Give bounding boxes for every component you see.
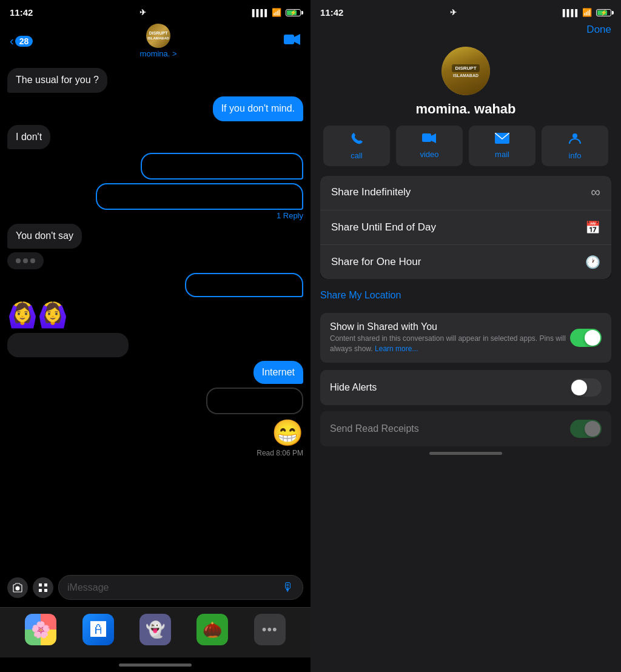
message-row-1: The usual for you ? <box>7 68 303 93</box>
message-row-12: 😁 Read 8:06 PM <box>7 418 303 457</box>
home-bar-right <box>429 452 502 455</box>
message-bubble-incoming-3: You don't say <box>7 224 82 249</box>
share-my-location-text: Share My Location <box>320 290 401 300</box>
svg-rect-0 <box>284 35 294 44</box>
mail-label: mail <box>495 150 509 159</box>
signal-icon-left: ▌▌▌▌ <box>252 9 269 16</box>
messages-area: The usual for you ? If you don't mind. I… <box>0 63 310 570</box>
dock-more[interactable]: ••• <box>254 614 286 645</box>
map-location-section: 📍 Loc Send M Share Indefinitely ∞ Share … <box>320 176 611 279</box>
message-bubble-outline-2 <box>96 183 303 210</box>
video-call-button[interactable] <box>284 33 301 49</box>
message-bubble-incoming-2: I don't <box>7 125 50 150</box>
camera-button[interactable] <box>7 577 28 598</box>
svg-rect-3 <box>422 133 431 142</box>
more-icon: ••• <box>262 622 278 637</box>
back-chevron-icon: ‹ <box>10 34 14 48</box>
svg-marker-4 <box>431 133 436 143</box>
info-action-button[interactable]: info <box>542 126 608 166</box>
mail-action-button[interactable]: mail <box>469 126 535 166</box>
contact-avatar-small: DISRUPTISLAMABAD <box>146 24 170 48</box>
hide-alerts-title: Hide Alerts <box>330 382 377 393</box>
contact-header[interactable]: DISRUPTISLAMABAD momina. > <box>140 24 177 58</box>
emoji-message-1: 🙆‍♀️🙆‍♀️ <box>7 301 68 329</box>
call-action-button[interactable]: call <box>323 126 390 166</box>
back-button[interactable]: ‹ 28 <box>10 34 33 48</box>
hide-alerts-toggle[interactable] <box>570 378 602 397</box>
shared-with-you-toggle[interactable] <box>570 329 602 347</box>
call-label: call <box>351 151 363 160</box>
message-input[interactable]: iMessage 🎙 <box>58 575 303 600</box>
action-buttons: call video mail <box>320 126 611 166</box>
green-icon: 🌰 <box>203 620 222 639</box>
message-row-8: 🙆‍♀️🙆‍♀️ <box>7 301 303 329</box>
dock: 🌸 🅰 👻 🌰 ••• <box>0 607 310 657</box>
svg-marker-1 <box>294 34 300 45</box>
info-label: info <box>569 151 582 160</box>
time-left: 11:42 <box>10 7 33 18</box>
send-read-receipts-title: Send Read Receipts <box>330 423 419 434</box>
share-indefinitely-label: Share Indefinitely <box>331 186 411 198</box>
message-row-6: You don't say <box>7 224 303 249</box>
audio-button[interactable]: 🎙 <box>282 580 294 594</box>
svg-point-6 <box>572 133 577 138</box>
status-bar-right: 11:42 ✈ ▌▌▌▌ 📶 ⚡ <box>310 0 621 21</box>
apps-button[interactable] <box>33 577 53 598</box>
dock-photos[interactable]: 🌸 <box>25 614 56 645</box>
message-row-2: If you don't mind. <box>7 96 303 121</box>
learn-more-link[interactable]: Learn more... <box>375 344 418 353</box>
typing-indicator <box>7 252 44 269</box>
status-bar-left: 11:42 ✈ ▌▌▌▌ 📶 ⚡ <box>0 0 310 21</box>
video-icon <box>422 132 437 147</box>
status-icons-right: ▌▌▌▌ 📶 ⚡ <box>563 8 611 17</box>
done-button[interactable]: Done <box>586 24 611 36</box>
send-read-toggle[interactable] <box>570 420 602 438</box>
toggle-knob-shared <box>585 330 600 346</box>
home-indicator-left <box>0 657 310 672</box>
message-row-9 <box>7 333 303 357</box>
dock-green[interactable]: 🌰 <box>196 614 228 645</box>
share-my-location-row[interactable]: Share My Location <box>320 285 611 306</box>
status-icons-left: ▌▌▌▌ 📶 ⚡ <box>252 8 301 17</box>
input-bar: iMessage 🎙 <box>0 570 310 607</box>
time-right: 11:42 <box>320 7 343 18</box>
hide-alerts-section: Hide Alerts <box>320 370 611 405</box>
video-action-button[interactable]: video <box>396 126 463 166</box>
share-location-dropdown: Share Indefinitely ∞ Share Until End of … <box>320 176 611 279</box>
message-bubble-outline-3 <box>185 273 303 297</box>
message-row-5: 1 Reply <box>7 183 303 220</box>
info-person-icon <box>568 132 582 149</box>
nav-plane-right: ✈ <box>450 8 457 17</box>
dock-appstore[interactable]: 🅰 <box>82 614 114 645</box>
wifi-icon-right: 📶 <box>582 8 592 17</box>
typing-dot-2 <box>23 258 28 263</box>
right-panel: 11:42 ✈ ▌▌▌▌ 📶 ⚡ Done DISRUPT ISLAMABAD … <box>310 0 621 672</box>
dark-wide-bubble <box>7 333 129 357</box>
typing-dot-3 <box>30 258 35 263</box>
photos-icon: 🌸 <box>31 620 50 639</box>
dark-outline-bubble <box>206 388 303 414</box>
appstore-icon: 🅰 <box>90 620 106 639</box>
share-indefinitely-option[interactable]: Share Indefinitely ∞ <box>320 176 611 210</box>
battery-left: ⚡ <box>286 9 301 16</box>
dock-ghost[interactable]: 👻 <box>139 614 171 645</box>
send-read-receipts-row: Send Read Receipts <box>320 411 611 446</box>
toggle-knob-read <box>585 421 600 437</box>
contact-avatar-large: DISRUPT ISLAMABAD <box>441 47 490 95</box>
contact-name-small: momina. > <box>140 49 177 58</box>
share-end-of-day-label: Share Until End of Day <box>331 221 436 234</box>
ghost-icon: 👻 <box>146 620 165 639</box>
share-end-of-day-option[interactable]: Share Until End of Day 📅 <box>320 210 611 245</box>
toggle-knob-hide <box>571 380 587 395</box>
wifi-icon-left: 📶 <box>272 8 281 17</box>
share-indefinitely-icon: ∞ <box>591 184 600 200</box>
message-row-3: I don't <box>7 125 303 150</box>
read-receipt: Read 8:06 PM <box>257 449 303 457</box>
show-shared-row: Show in Shared with You Content shared i… <box>320 313 611 363</box>
share-one-hour-option[interactable]: Share for One Hour 🕐 <box>320 245 611 279</box>
left-panel: 11:42 ✈ ▌▌▌▌ 📶 ⚡ ‹ 28 DISRUPTISLAMABAD m… <box>0 0 310 672</box>
reply-label[interactable]: 1 Reply <box>277 211 303 220</box>
nav-bar-right: Done <box>310 21 621 41</box>
call-icon <box>350 132 363 149</box>
home-indicator-right <box>310 446 621 461</box>
